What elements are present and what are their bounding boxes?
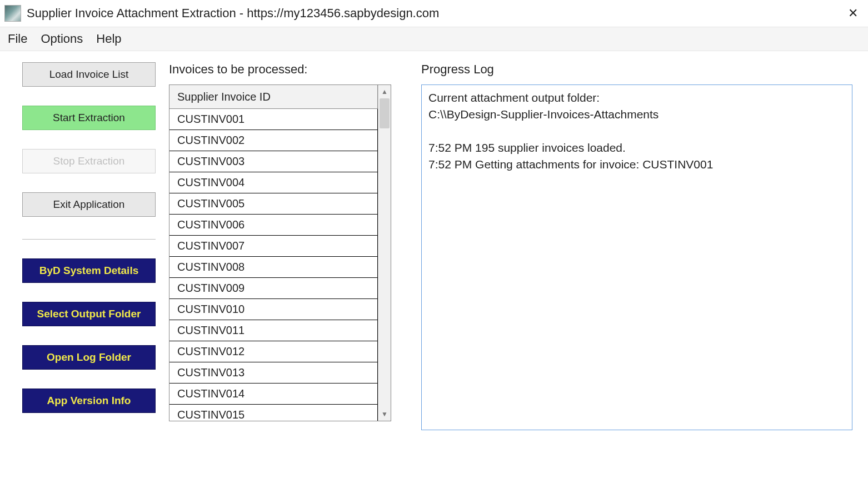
title-bar: Supplier Invoice Attachment Extraction -…	[0, 0, 868, 27]
invoice-row[interactable]: CUSTINV011	[169, 320, 378, 341]
menu-options[interactable]: Options	[41, 32, 83, 46]
invoices-grid: Supplier Invoice ID CUSTINV001 CUSTINV00…	[169, 84, 391, 421]
progress-log-panel: Progress Log Current attachment output f…	[421, 62, 852, 430]
invoices-column-header[interactable]: Supplier Invoice ID	[169, 85, 378, 109]
invoice-row[interactable]: CUSTINV003	[169, 151, 378, 172]
invoice-row[interactable]: CUSTINV001	[169, 109, 378, 130]
menu-bar: File Options Help	[0, 27, 868, 51]
invoices-scrollbar[interactable]: ▲ ▼	[378, 85, 391, 421]
exit-application-button[interactable]: Exit Application	[22, 192, 156, 217]
select-output-folder-button[interactable]: Select Output Folder	[22, 302, 156, 326]
app-version-info-button[interactable]: App Version Info	[22, 389, 156, 413]
sidebar-divider	[22, 239, 156, 240]
byd-system-details-button[interactable]: ByD System Details	[22, 258, 156, 283]
invoice-row[interactable]: CUSTINV012	[169, 341, 378, 362]
invoice-row[interactable]: CUSTINV005	[169, 193, 378, 215]
invoice-row[interactable]: CUSTINV007	[169, 236, 378, 257]
invoices-label: Invoices to be processed:	[169, 62, 391, 77]
stop-extraction-button: Stop Extraction	[22, 149, 156, 173]
invoice-row[interactable]: CUSTINV008	[169, 257, 378, 278]
scroll-down-icon[interactable]: ▼	[378, 407, 391, 421]
main-body: Load Invoice List Start Extraction Stop …	[0, 51, 868, 446]
invoice-row[interactable]: CUSTINV006	[169, 215, 378, 236]
invoice-row[interactable]: CUSTINV015	[169, 405, 378, 421]
app-icon	[4, 5, 21, 22]
invoice-row[interactable]: CUSTINV013	[169, 362, 378, 384]
menu-file[interactable]: File	[8, 32, 27, 46]
menu-help[interactable]: Help	[96, 32, 121, 46]
invoice-row[interactable]: CUSTINV010	[169, 299, 378, 320]
load-invoice-list-button[interactable]: Load Invoice List	[22, 62, 156, 87]
progress-log-label: Progress Log	[421, 62, 852, 77]
app-window: Supplier Invoice Attachment Extraction -…	[0, 0, 868, 478]
scroll-thumb[interactable]	[380, 98, 390, 128]
open-log-folder-button[interactable]: Open Log Folder	[22, 345, 156, 370]
invoice-row[interactable]: CUSTINV004	[169, 172, 378, 193]
close-icon[interactable]: ✕	[842, 4, 864, 23]
scroll-up-icon[interactable]: ▲	[378, 85, 391, 98]
window-title: Supplier Invoice Attachment Extraction -…	[27, 6, 439, 21]
sidebar: Load Invoice List Start Extraction Stop …	[22, 62, 156, 430]
invoice-row[interactable]: CUSTINV009	[169, 278, 378, 299]
start-extraction-button[interactable]: Start Extraction	[22, 106, 156, 130]
invoice-row[interactable]: CUSTINV014	[169, 384, 378, 405]
invoices-panel: Invoices to be processed: Supplier Invoi…	[169, 62, 391, 430]
invoice-row[interactable]: CUSTINV002	[169, 130, 378, 151]
progress-log-box[interactable]: Current attachment output folder: C:\\By…	[421, 84, 852, 430]
